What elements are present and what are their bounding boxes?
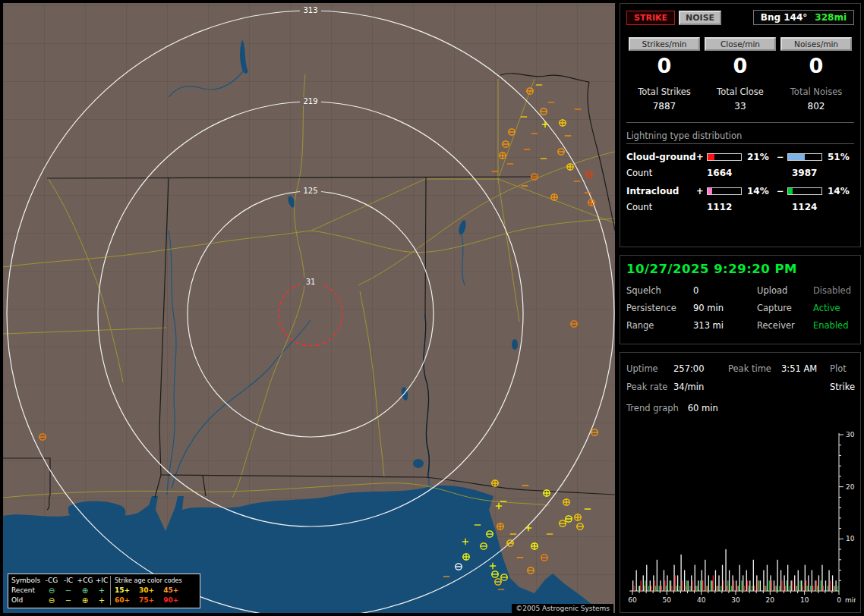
- svg-text:10: 10: [800, 596, 809, 604]
- legend-symbol-glyph: −: [60, 586, 77, 596]
- mode-row: STRIKE NOISE Bng 144° 328mi: [626, 10, 854, 25]
- bearing-distance-value: 328mi: [815, 12, 847, 23]
- cg-count-label: Count: [626, 168, 696, 178]
- legend-symbol-glyph: ⊕: [77, 586, 93, 596]
- legend-age-title: Strike age color codes: [110, 576, 197, 586]
- state-borders: [3, 74, 615, 510]
- svg-text:50: 50: [663, 596, 672, 604]
- svg-text:20: 20: [846, 483, 855, 491]
- strike-symbol: [560, 520, 566, 526]
- ic-neg-pct: 14%: [824, 186, 851, 196]
- legend-row-recent: Recent⊖−⊕+15+30+45+: [11, 586, 197, 596]
- legend-row-label: Recent: [11, 586, 43, 596]
- spacer: [781, 382, 830, 392]
- close-per-min-button[interactable]: Close/min: [705, 37, 776, 51]
- cg-pos-sign: +: [696, 152, 707, 162]
- cg-pos-pct: 21%: [743, 152, 777, 162]
- strikes-per-min-value: 0: [626, 54, 702, 77]
- total-noises-block: Total Noises 802: [778, 86, 854, 112]
- intracloud-label: Intracloud: [626, 186, 696, 196]
- legend-col-cg-pos: +CG: [77, 576, 93, 586]
- peak-rate-value: 34/min: [673, 382, 728, 392]
- trend-panel: Uptime 257:00 Peak time 3:51 AM Plot Pea…: [620, 352, 861, 613]
- strike-symbol: [531, 543, 538, 549]
- total-noises-value: 802: [778, 101, 854, 112]
- ic-neg-sign: −: [777, 186, 787, 196]
- ic-pos-count: 1112: [696, 202, 781, 212]
- strikes-per-min-block: Strikes/min 0: [626, 37, 702, 77]
- age-code: 45+: [163, 586, 178, 596]
- status-panel: 10/27/2025 9:29:20 PM Squelch 0 Upload D…: [620, 255, 861, 344]
- status-grid: Squelch 0 Upload Disabled Persistence 90…: [626, 285, 854, 331]
- age-code: 75+: [139, 596, 154, 605]
- bearing-display: Bng 144° 328mi: [753, 10, 854, 25]
- totals: Total Strikes 7887 Total Close 33 Total …: [626, 86, 854, 112]
- svg-text:min: min: [845, 596, 856, 604]
- map-canvas: 31321912531: [3, 3, 615, 613]
- range-label: Range: [626, 320, 693, 331]
- squelch-label: Squelch: [626, 285, 693, 296]
- total-strikes-value: 7887: [626, 101, 702, 112]
- strike-symbol: [541, 108, 547, 115]
- cloud-ground-row: Cloud-ground + 21% − 51%: [626, 152, 854, 162]
- strike-symbol: [558, 149, 564, 155]
- strike-symbol: [528, 567, 534, 574]
- squelch-value: 0: [693, 285, 757, 296]
- legend-symbol-glyph: +: [93, 586, 110, 596]
- lightning-map[interactable]: 31321912531 Symbols -CG -IC +CG +IC Stri…: [3, 3, 615, 613]
- strikes-per-min-button[interactable]: Strikes/min: [629, 37, 700, 51]
- age-code: 30+: [139, 586, 154, 596]
- strike-symbol: [560, 120, 566, 126]
- legend-row-label: Old: [11, 596, 43, 605]
- control-panel: STRIKE NOISE Bng 144° 328mi Strikes/min …: [620, 3, 861, 613]
- legend-age-codes: 15+30+45+: [110, 586, 197, 596]
- peak-time-value: 3:51 AM: [781, 363, 830, 374]
- noises-per-min-button[interactable]: Noises/min: [780, 37, 852, 51]
- svg-text:40: 40: [697, 596, 706, 604]
- legend-header: Symbols -CG -IC +CG +IC Strike age color…: [11, 576, 197, 586]
- strike-mode-button[interactable]: STRIKE: [626, 11, 675, 25]
- strike-symbol: [39, 434, 46, 440]
- svg-text:0: 0: [837, 596, 841, 604]
- noise-mode-button[interactable]: NOISE: [679, 11, 721, 25]
- cloud-ground-count-row: Count 1664 3987: [626, 168, 854, 178]
- total-strikes-label: Total Strikes: [626, 86, 702, 97]
- intracloud-row: Intracloud + 14% − 14%: [626, 186, 854, 196]
- plot-label: Plot: [830, 363, 855, 374]
- strike-symbol: [496, 503, 502, 509]
- trend-title-row: Trend graph 60 min: [626, 403, 854, 413]
- legend-symbol-glyph: ⊖: [43, 596, 60, 605]
- close-per-min-block: Close/min 0: [702, 37, 778, 77]
- svg-text:313: 313: [303, 6, 317, 14]
- cg-neg-bar: [787, 153, 822, 161]
- cg-neg-count: 3987: [781, 168, 854, 178]
- legend-symbols-header: Symbols: [11, 576, 43, 586]
- plot-value: Strike: [830, 382, 855, 392]
- uptime-label: Uptime: [626, 363, 673, 374]
- strike-symbol: [525, 525, 531, 531]
- session-stats: Uptime 257:00 Peak time 3:51 AM Plot Pea…: [626, 363, 854, 392]
- strike-symbol: [551, 194, 557, 200]
- strike-symbol: [575, 514, 581, 520]
- ic-pos-pct: 14%: [743, 186, 777, 196]
- peak-time-label: Peak time: [728, 363, 781, 374]
- cg-pos-count: 1664: [696, 168, 781, 178]
- legend-symbol-glyph: ⊖: [43, 586, 60, 596]
- strike-symbol: [563, 499, 569, 505]
- distribution-title: Lightning type distribution: [626, 130, 854, 144]
- noises-per-min-block: Noises/min 0: [778, 37, 854, 77]
- strike-symbol: [463, 554, 469, 560]
- range-value: 313 mi: [693, 320, 757, 331]
- receiver-label: Receiver: [757, 320, 813, 331]
- ic-pos-bar: [707, 187, 742, 195]
- strike-symbol: [566, 516, 572, 522]
- strike-symbol: [577, 523, 583, 530]
- trend-window-value: 60 min: [688, 403, 718, 413]
- legend-col-cg-neg: -CG: [43, 576, 60, 586]
- peak-rate-label: Peak rate: [626, 382, 673, 392]
- ic-neg-count: 1124: [781, 202, 854, 212]
- legend-symbol-glyph: −: [60, 596, 77, 605]
- trend-graph-label: Trend graph: [626, 403, 679, 413]
- strike-symbol: [541, 555, 547, 561]
- intracloud-count-row: Count 1112 1124: [626, 202, 854, 212]
